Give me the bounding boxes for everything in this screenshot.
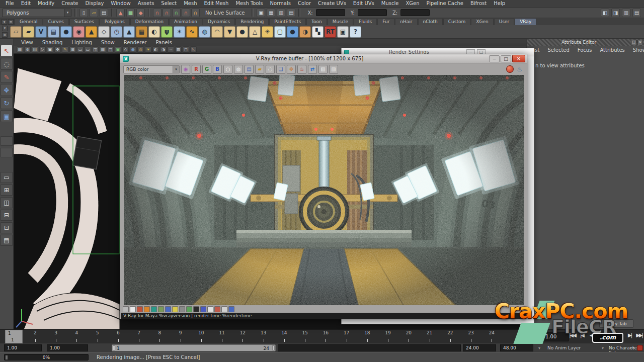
menu-item[interactable]: Pipeline Cache [423, 0, 466, 7]
menu-item[interactable]: Modify [34, 0, 58, 7]
vray-wire-sphere-icon[interactable]: ◍ [199, 26, 210, 38]
tool-settings-toggle-icon[interactable]: ▥ [622, 9, 630, 17]
shelf-tab[interactable]: nHair [395, 18, 417, 25]
vray-rt-icon[interactable]: RT [325, 26, 336, 38]
new-scene-icon[interactable]: ▯ [79, 9, 88, 17]
shelf-menu-icon[interactable]: ≡ [8, 19, 14, 25]
vfb-window-icon[interactable] [123, 306, 129, 312]
layout-persp-uv[interactable]: ▤ [1, 235, 13, 246]
menu-item[interactable]: Muscle [378, 0, 403, 7]
vray-material-page-icon[interactable]: ▤ [48, 26, 59, 38]
vray-multi-material-icon[interactable]: ◑ [299, 26, 311, 38]
viewport-menu-item[interactable]: Lighting [67, 39, 96, 46]
timeline-frame[interactable]: 16 [315, 330, 336, 343]
set-key-icon[interactable]: ⊶ [630, 345, 634, 350]
open-scene-icon[interactable]: ▱ [90, 9, 98, 17]
modeling-toolkit-toggle-icon[interactable]: ◧ [601, 9, 609, 17]
open-render-view-icon[interactable]: ▦ [267, 9, 275, 17]
xray-icon[interactable]: ◺ [190, 46, 197, 53]
menu-item[interactable]: Create UVs [314, 0, 350, 7]
anim-layer-dropdown[interactable]: No Anim Layer [547, 345, 581, 350]
viewport-menu-item[interactable]: Shading [38, 39, 67, 46]
close-panel-icon[interactable]: × [637, 40, 643, 45]
shelf-tab[interactable]: Animation [169, 18, 202, 25]
shelf-tab[interactable]: Custom [443, 18, 470, 25]
snap-point-icon[interactable]: ∩ [172, 9, 181, 17]
vfb-history-i-icon[interactable] [193, 306, 199, 312]
timeline-frame[interactable]: 8 [149, 330, 170, 343]
rotate-tool[interactable]: ↻ [1, 97, 13, 109]
viewport-menu-item[interactable]: Panels [151, 39, 176, 46]
viewport-menu-item[interactable]: Show [97, 39, 119, 46]
layout-four-view[interactable]: ⊞ [1, 185, 13, 196]
vray-dome-light-icon[interactable]: ◠ [211, 26, 223, 38]
vfb-alpha-icon[interactable]: ◍ [234, 65, 243, 74]
shelf-tab[interactable]: Toon [306, 18, 327, 25]
bookmark-icon[interactable]: ▷ [39, 46, 46, 53]
select-camera-icon[interactable]: ▦ [17, 46, 23, 53]
display-render-settings-icon[interactable]: ▤ [287, 9, 295, 17]
timeline-playhead[interactable]: 1 1 [5, 330, 23, 343]
menu-item[interactable]: Help [490, 0, 509, 7]
timeline-frame[interactable]: 5 [87, 330, 108, 343]
vfb-compare-icon[interactable]: ▨ [329, 65, 338, 74]
menu-item[interactable]: Select [157, 0, 180, 7]
menu-item[interactable]: Edit Mesh [201, 0, 232, 7]
safe-title-icon[interactable]: ▣ [115, 46, 121, 53]
pan-zoom-icon[interactable]: ✥ [54, 46, 61, 53]
vfb-abort-render-icon[interactable] [506, 65, 514, 73]
shelf-tab[interactable]: nCloth [418, 18, 443, 25]
vfb-history-d-icon[interactable] [158, 306, 164, 312]
shelf-tab[interactable]: XGen [471, 18, 493, 25]
vray-framebuffer-icon[interactable]: ▣ [337, 26, 349, 38]
resolution-gate-icon[interactable]: ▭ [85, 46, 91, 53]
shelf-tab[interactable]: General [15, 18, 42, 25]
select-component-icon[interactable]: ◆ [136, 9, 145, 17]
wireframe-icon[interactable]: ◇ [122, 46, 129, 53]
layout-hypershade-persp[interactable]: ⊡ [1, 222, 13, 233]
timeline-frame[interactable]: 22 [440, 330, 460, 343]
vray-rect-light-icon[interactable]: ▱ [10, 26, 22, 38]
vfb-history-l-icon[interactable] [214, 306, 220, 312]
motion-blur-icon[interactable]: ≈ [168, 46, 174, 53]
shelf-tab[interactable]: Deformation [130, 18, 169, 25]
vfb-duplicate-buffer-icon[interactable]: ❏ [276, 65, 285, 74]
attribute-editor-titlebar[interactable]: Attribute Editor □ × [527, 39, 644, 46]
snap-grid-icon[interactable]: ∩ [153, 9, 162, 17]
menu-item[interactable]: Color [294, 0, 314, 7]
attribute-editor-menu-item[interactable]: Selected [543, 47, 573, 53]
select-tool[interactable]: ↖ [1, 45, 13, 57]
timeline-frame[interactable]: 21 [419, 330, 440, 343]
vray-sphere-light-icon[interactable]: ● [236, 26, 248, 38]
scale-tool[interactable]: ▣ [1, 110, 13, 122]
timeline-frame[interactable]: 17 [336, 330, 357, 343]
vray-help-icon[interactable]: ? [350, 26, 361, 38]
vray-checker-icon[interactable]: ▚ [312, 26, 324, 38]
vfb-render-last-icon[interactable]: ♨ [517, 66, 522, 73]
channel-dropdown[interactable]: RGB color ▾ [123, 65, 180, 73]
attribute-editor-menu-item[interactable]: Show [629, 47, 644, 53]
snap-view-plane-icon[interactable]: ∩ [182, 9, 190, 17]
animation-end-field[interactable]: 48.00 [500, 344, 533, 351]
x-coord-input[interactable] [316, 9, 345, 16]
vray-logo-icon[interactable]: V [35, 26, 47, 38]
film-gate-icon[interactable]: ▭ [77, 46, 84, 53]
vfb-green-channel-icon[interactable]: G [202, 65, 211, 74]
field-chart-icon[interactable]: ▦ [100, 46, 106, 53]
playback-end-field[interactable]: 24.00 [463, 344, 496, 351]
select-object-icon[interactable]: ■ [126, 9, 135, 17]
isolate-select-icon[interactable]: ◻ [183, 46, 189, 53]
shelf-tab[interactable]: Dynamics [203, 18, 235, 25]
vfb-rt-icon[interactable]: ⇄ [308, 65, 317, 74]
gate-mask-icon[interactable]: ◫ [92, 46, 99, 53]
vfb-load-image-icon[interactable]: ▰ [255, 65, 264, 74]
vfb-history-e-icon[interactable] [165, 306, 171, 312]
vfb-history-g-icon[interactable] [179, 306, 185, 312]
snap-live-surface-icon[interactable]: ∩ [191, 9, 200, 17]
multisample-icon[interactable]: ▩ [175, 46, 182, 53]
vfb-save-image-icon[interactable]: ▤ [245, 65, 254, 74]
frame-buffer-titlebar[interactable]: V V-Ray frame buffer - [100% of 1200 x 6… [120, 54, 527, 63]
shelf-tab[interactable]: PaintEffects [269, 18, 306, 25]
timeline-frame[interactable]: 19 [378, 330, 398, 343]
channel-box-toggle-icon[interactable]: ▤ [632, 9, 641, 17]
